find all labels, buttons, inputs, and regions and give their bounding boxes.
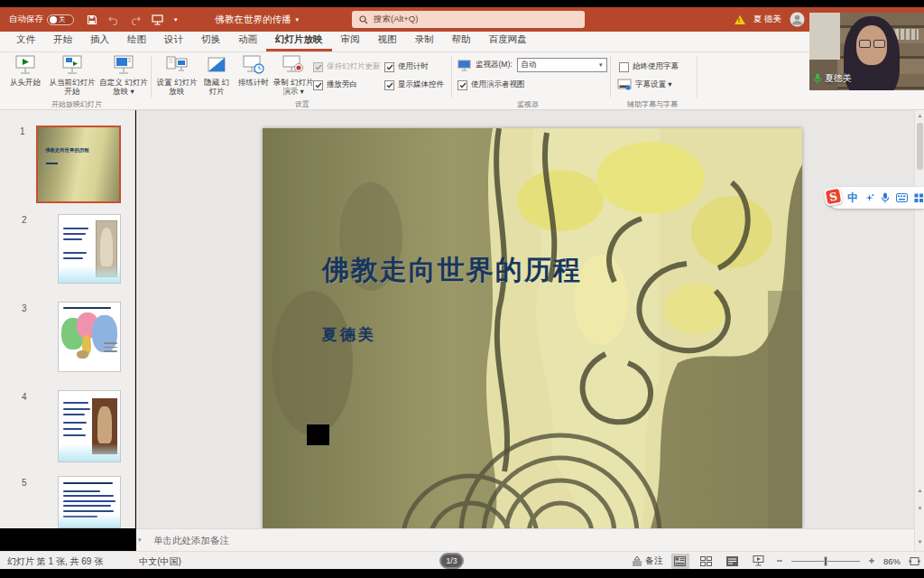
custom-slideshow-button[interactable]: 自定义 幻灯片放映 ▾	[99, 55, 148, 96]
microphone-icon	[813, 73, 822, 84]
thumbnail-slide-2[interactable]	[58, 214, 121, 284]
sogou-logo-icon[interactable]: S	[823, 186, 843, 206]
slideshow-view-button[interactable]	[750, 554, 768, 569]
hide-slide-button[interactable]: 隐藏 幻灯片	[200, 55, 233, 96]
checkbox-presenter-view[interactable]: 使用演示者视图	[457, 79, 525, 90]
warning-icon[interactable]: !	[735, 15, 745, 24]
slideshow-quick-icon[interactable]	[152, 14, 163, 25]
tab-draw[interactable]: 绘图	[118, 30, 155, 51]
tab-baidu-netdisk[interactable]: 百度网盘	[480, 30, 536, 51]
monitor-icon	[457, 60, 471, 71]
notes-pane[interactable]: ▾ 单击此处添加备注	[136, 528, 924, 551]
previous-slide-icon[interactable]: ▲	[916, 488, 924, 493]
from-current-slide-button[interactable]: 从当前幻灯片 开始	[45, 55, 99, 96]
tab-design[interactable]: 设计	[155, 30, 192, 51]
record-slideshow-button[interactable]: 录制 幻灯片演示 ▾	[271, 55, 316, 96]
tab-animations[interactable]: 动画	[229, 30, 266, 51]
slide-author[interactable]: 夏德美	[322, 324, 376, 345]
slide-counter: 幻灯片 第 1 张, 共 69 张	[7, 555, 103, 568]
tab-view[interactable]: 视图	[369, 30, 406, 51]
checkbox-show-media-controls[interactable]: 显示媒体控件	[384, 79, 444, 90]
group-label-captions: 辅助字幕与字幕	[614, 99, 691, 109]
thumbnail-slide-5[interactable]	[58, 476, 121, 528]
thumbnail-slide-3[interactable]	[58, 302, 121, 372]
document-title[interactable]: 佛教在世界的传播 ▾	[216, 14, 300, 26]
fit-to-window-icon[interactable]	[909, 556, 920, 566]
checkbox-always-use-subtitles[interactable]: 始终使用字幕	[619, 61, 679, 72]
button-label: 录制 幻灯片演示 ▾	[271, 78, 316, 96]
undo-icon[interactable]	[108, 14, 119, 25]
notes-toggle-button[interactable]: 备注	[632, 555, 663, 567]
notes-placeholder[interactable]: 单击此处添加备注	[153, 535, 229, 547]
from-beginning-button[interactable]: 从头开始	[5, 55, 45, 87]
account-name[interactable]: 夏 德美	[753, 14, 781, 25]
avatar[interactable]	[790, 12, 805, 27]
black-object[interactable]	[307, 424, 329, 445]
checkbox-keep-slides-updated[interactable]: 保持幻灯片更新	[313, 61, 381, 72]
button-label: 排练计时	[238, 78, 269, 87]
ribbon-slideshow: 从头开始 从当前幻灯片 开始 自定义 幻灯片放映 ▾ 开始放映幻灯片 设置 幻灯…	[0, 52, 924, 110]
autosave-toggle[interactable]: 自动保存 关	[9, 14, 74, 25]
save-icon[interactable]	[87, 14, 97, 25]
tab-home[interactable]: 开始	[44, 30, 81, 51]
subtitle-settings-button[interactable]: 字幕设置 ▾	[617, 79, 672, 90]
tab-slideshow[interactable]: 幻灯片放映	[266, 30, 332, 51]
toolbox-grid-icon[interactable]	[914, 193, 924, 203]
checkbox-icon	[457, 80, 467, 90]
vertical-scrollbar[interactable]: ▲ ▲ ▼ ▼	[914, 110, 924, 551]
language-indicator[interactable]: 中文(中国)	[139, 555, 181, 568]
chinese-mode-icon[interactable]: 中	[847, 191, 858, 206]
button-label: 从头开始	[10, 78, 41, 87]
subtitle-settings-icon	[617, 79, 632, 90]
zoom-percentage[interactable]: 86%	[883, 556, 901, 566]
rehearse-timings-button[interactable]: 排练计时	[235, 55, 273, 87]
zoom-in-button[interactable]	[868, 557, 875, 564]
tab-file[interactable]: 文件	[7, 30, 44, 51]
scroll-up-icon[interactable]: ▲	[916, 113, 924, 118]
button-label: 自定义 幻灯片放映 ▾	[99, 78, 148, 96]
scroll-down-icon[interactable]: ▼	[916, 539, 924, 545]
zoom-slider-handle[interactable]	[824, 556, 827, 566]
thumbnail-slide-1[interactable]: 佛教走向世界的历程	[36, 126, 121, 203]
skin-sparkle-icon[interactable]	[864, 193, 874, 203]
webcam-overlay: 夏德美	[809, 13, 924, 90]
normal-view-button[interactable]	[671, 554, 689, 569]
tab-record[interactable]: 录制	[406, 30, 443, 51]
monitor-dropdown[interactable]: 自动 ▾	[517, 58, 607, 72]
presenter-glasses	[859, 40, 885, 48]
tab-transitions[interactable]: 切换	[192, 30, 229, 51]
slide-sorter-view-button[interactable]	[698, 554, 716, 569]
zoom-slider[interactable]	[791, 561, 860, 562]
customize-qat-chevron-icon[interactable]: ▾	[174, 16, 178, 23]
next-slide-icon[interactable]: ▼	[916, 506, 924, 511]
slide-thumbnail-panel: 1 佛教走向世界的历程 2 3	[0, 110, 135, 528]
checkbox-use-timings[interactable]: 使用计时	[384, 61, 429, 72]
record-icon	[282, 55, 305, 76]
checkbox-icon	[619, 62, 629, 72]
tab-review[interactable]: 审阅	[332, 30, 369, 51]
chevron-down-icon[interactable]: ▾	[138, 536, 142, 544]
slide-canvas[interactable]: 佛教走向世界的历程 夏德美	[263, 128, 802, 528]
thumbnail-slide-4[interactable]	[58, 390, 121, 462]
tab-insert[interactable]: 插入	[81, 30, 118, 51]
presenter-name: 夏德美	[825, 72, 852, 85]
tab-help[interactable]: 帮助	[443, 30, 480, 51]
slide-title[interactable]: 佛教走向世界的历程	[322, 252, 582, 289]
redo-icon[interactable]	[130, 14, 141, 25]
zoom-out-button[interactable]	[776, 557, 783, 564]
slideshow-view-icon	[753, 555, 764, 566]
page-badge: 1/3	[439, 553, 464, 569]
button-label: 设置 幻灯片放映	[155, 78, 199, 96]
checkbox-icon	[384, 62, 394, 72]
keyboard-icon[interactable]	[896, 193, 908, 202]
search-input[interactable]: 搜索(Alt+Q)	[352, 11, 585, 28]
scrollbar-thumb[interactable]	[917, 123, 923, 170]
checkbox-play-narrations[interactable]: 播放旁白	[313, 79, 357, 90]
ime-toolbar[interactable]: S 中	[827, 187, 924, 209]
autosave-label: 自动保存	[9, 14, 43, 25]
checkbox-label: 使用演示者视图	[471, 79, 525, 90]
reading-view-button[interactable]	[724, 554, 742, 569]
setup-slideshow-button[interactable]: 设置 幻灯片放映	[155, 55, 199, 96]
voice-input-icon[interactable]	[881, 192, 890, 203]
autosave-switch-icon[interactable]: 关	[47, 14, 74, 25]
